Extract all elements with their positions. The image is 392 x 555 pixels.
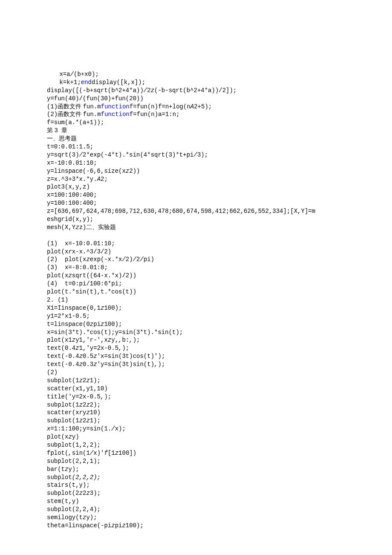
code-line: stem(t,y) (47, 497, 392, 506)
code-line: plot(xrx-x.^3/3/2) (47, 248, 392, 256)
code-line: z=x.^3+3*x.*y.A2; (47, 175, 392, 183)
code-line (47, 232, 392, 240)
code-line: subplot(1z2z2); (47, 401, 392, 409)
code-line: (3) x=-8:0.01:8; (47, 264, 392, 272)
code-line: subplot(1,2,2); (47, 441, 392, 449)
code-line: 第 3 章 (47, 127, 392, 135)
code-line: scatter(xryz10) (47, 409, 392, 417)
code-line: plot3(x,y,z) (47, 183, 392, 191)
code-line: k=k+1;enddisplay([k,x]); (47, 78, 392, 87)
code-line: plot(x1zy1,'r-',xzy,,b:,); (47, 336, 392, 344)
code-line: text(0.4z1,'y=2x-0.5,); (47, 344, 392, 352)
code-line: subplot(2,2,2); (47, 474, 392, 482)
code-line: y1=2*x1-0.5; (47, 312, 392, 320)
code-line: bar(tzy); (47, 465, 392, 474)
code-line: (4) t=0:pi/100:6*pi; (47, 280, 392, 288)
code-line: (2)函数文件 fun.mfunctionf=fun(n)a=1:n; (47, 110, 392, 119)
code-line: (2) (47, 369, 392, 377)
code-line: subplot(1z2z1); (47, 377, 392, 385)
code-line: title('y=2x-0.5,); (47, 393, 392, 401)
code-line: subplot(2,2,4); (47, 506, 392, 514)
code-line: subplot(1z2z1); (47, 417, 392, 425)
code-line: f=sum(a.*(a+1)); (47, 119, 392, 127)
code-line: x=a/(b+x0); (47, 70, 392, 78)
code-line: plot(xzsqrt((64-x.*x)/2)) (47, 272, 392, 280)
code-line: text(-0.4z0.3z'y=sin(3t)sin(t),); (47, 360, 392, 369)
code-line: t=linspace(0zpiz100); (47, 320, 392, 328)
code-line: (1)函数文件 fun.mfunctionf=fun(n)f=n+log(nA2… (47, 103, 392, 111)
code-line: (2) plot(xzexp(-x.*x/2)/2/pi) (47, 256, 392, 264)
code-line: y=linspace(-6,6,size(xz2)) (47, 167, 392, 175)
code-line: theta=linsρace(-pizpiz100); (47, 522, 392, 530)
code-line: fplot(,sin(1/x)'f[1z100]) (47, 449, 392, 457)
code-line: y=100:100:400; (47, 199, 392, 207)
code-line: x=100:100:400; (47, 191, 392, 199)
code-line: y=sqrt(3)/2*exp(-4*t).*sin(4*sqrt(3)*t+p… (47, 151, 392, 159)
code-line: plot(t.*sin(t),t.*cos(t)) (47, 288, 392, 296)
code-line: x=sin(3*t).*cos(t);y=sin(3*t).*sin(t); (47, 328, 392, 337)
code-line: text(-0.4z0.5z'x=sin(3t)cos(t)'); (47, 352, 392, 360)
code-line: scatter(x1,y1,10) (47, 385, 392, 393)
code-line: X1=Iinspace(0,1z100); (47, 304, 392, 312)
code-line: (1) x=-10:0.01:10; (47, 240, 392, 248)
code-line: y=fun(40)/(fun(30)+fun(20)) (47, 95, 392, 103)
code-line: plot(xzy) (47, 433, 392, 441)
code-line: 2. (1) (47, 296, 392, 304)
code-line: display([(-b+sqrt(b^2+4*a))/2z(-b-sqrt(b… (47, 87, 392, 95)
code-line: 一、思考题 (47, 135, 392, 143)
code-line: stairs(t,y); (47, 481, 392, 489)
code-line: semilogy(tzy); (47, 514, 392, 522)
code-line: subplot(2z2z3); (47, 489, 392, 497)
code-line: x=1:1:100;y=sin(1./x); (47, 425, 392, 433)
code-line: eshgrid(x,y); (47, 215, 392, 224)
document-page: x=a/(b+x0);k=k+1;enddisplay([k,x]);displ… (0, 0, 392, 555)
code-line: z=[636,697,624,478;698,712,630,478;680,6… (47, 207, 392, 215)
code-line: x=-10:0.01:10; (47, 159, 392, 167)
code-line: mesh(X,Yzz)二、实验题 (47, 224, 392, 232)
code-line: t=0:0.01:1.5; (47, 143, 392, 151)
code-line: subplot(2,2,1); (47, 457, 392, 465)
